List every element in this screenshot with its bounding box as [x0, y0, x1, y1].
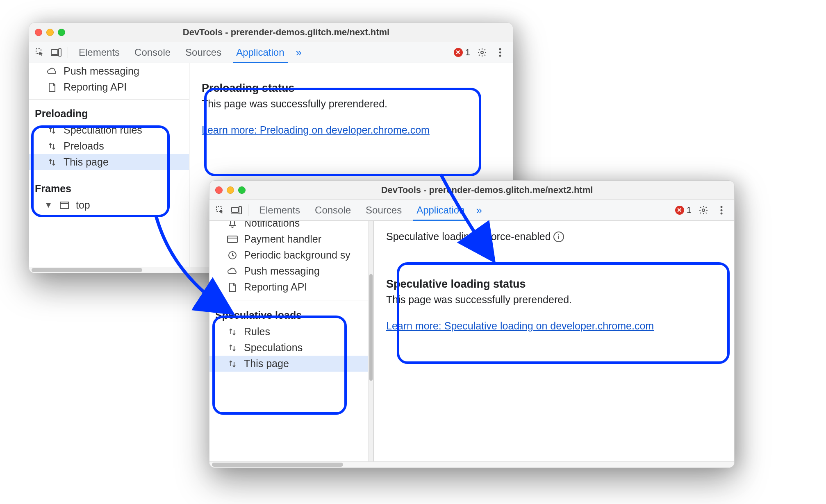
gear-icon[interactable] — [697, 204, 710, 216]
svg-rect-9 — [232, 207, 238, 212]
content-pane: Speculative loading is force-enabled i S… — [374, 221, 734, 463]
sidebar-item-reporting-api[interactable]: Reporting API — [29, 79, 189, 95]
sidebar-section-frames[interactable]: Frames — [29, 179, 189, 197]
svg-point-13 — [721, 209, 723, 211]
sidebar: Push messaging Reporting API Preloading … — [29, 63, 189, 268]
info-icon[interactable]: i — [553, 232, 564, 242]
separator — [248, 204, 248, 216]
sidebar-item-reporting-api[interactable]: Reporting API — [209, 279, 373, 295]
sidebar-item-label: Reporting API — [244, 281, 307, 293]
svg-point-14 — [721, 213, 723, 215]
kebab-icon[interactable] — [494, 46, 506, 59]
sidebar: Notifications Payment handler Periodic b… — [209, 221, 374, 463]
sidebar-item-push-messaging[interactable]: Push messaging — [29, 63, 189, 79]
sidebar-item-periodic-bg-sync[interactable]: Periodic background sy — [209, 247, 373, 263]
svg-point-5 — [499, 52, 501, 54]
sidebar-item-rules[interactable]: Rules — [209, 324, 373, 340]
sidebar-item-label: Payment handler — [244, 233, 321, 245]
titlebar[interactable]: DevTools - prerender-demos.glitch.me/nex… — [29, 23, 513, 42]
document-icon — [227, 282, 238, 293]
chevron-right-icon: ▶ — [45, 203, 53, 208]
svg-rect-2 — [59, 49, 61, 56]
sidebar-item-label: Notifications — [244, 221, 300, 229]
sidebar-section-speculative-loads[interactable]: Speculative loads — [209, 305, 373, 324]
sidebar-item-frame-top[interactable]: ▶ top — [29, 197, 189, 213]
sidebar-item-label: Periodic background sy — [244, 249, 350, 261]
minimize-icon[interactable] — [227, 186, 234, 194]
vertical-scrollbar[interactable] — [368, 221, 373, 463]
separator — [68, 47, 68, 58]
zoom-icon[interactable] — [58, 29, 65, 36]
sidebar-item-speculations[interactable]: Speculations — [209, 340, 373, 356]
tab-console[interactable]: Console — [307, 200, 358, 220]
window-icon — [59, 200, 70, 211]
inspect-icon[interactable] — [212, 202, 228, 218]
kebab-icon[interactable] — [715, 204, 728, 216]
top-banner: Speculative loading is force-enabled i — [386, 231, 722, 243]
cloud-icon — [46, 66, 58, 77]
error-icon: ✕ — [454, 48, 463, 57]
sidebar-item-label: Preloads — [64, 140, 104, 152]
svg-point-11 — [702, 209, 705, 211]
minimize-icon[interactable] — [46, 29, 54, 36]
svg-point-12 — [721, 206, 723, 208]
tab-sources[interactable]: Sources — [178, 42, 229, 63]
sidebar-item-label: top — [76, 199, 90, 211]
sidebar-item-this-page[interactable]: This page — [29, 154, 189, 170]
tab-application[interactable]: Application — [409, 200, 472, 220]
close-icon[interactable] — [35, 29, 42, 36]
sidebar-section-preloading[interactable]: Preloading — [29, 104, 189, 122]
updown-icon — [227, 326, 238, 338]
tab-elements[interactable]: Elements — [252, 200, 307, 220]
sidebar-item-speculation-rules[interactable]: Speculation rules — [29, 122, 189, 138]
sidebar-item-notifications[interactable]: Notifications — [209, 221, 373, 231]
error-icon: ✕ — [675, 206, 684, 215]
svg-rect-10 — [239, 207, 241, 214]
close-icon[interactable] — [215, 186, 223, 194]
sidebar-item-preloads[interactable]: Preloads — [29, 138, 189, 154]
tab-application[interactable]: Application — [229, 42, 291, 63]
sidebar-item-label: Push messaging — [244, 265, 320, 277]
sidebar-item-this-page[interactable]: This page — [209, 356, 373, 372]
learn-more-link[interactable]: Learn more: Preloading on developer.chro… — [202, 124, 430, 136]
updown-icon — [46, 141, 58, 152]
clock-icon — [227, 250, 238, 261]
bell-icon — [227, 221, 238, 229]
document-icon — [46, 82, 58, 93]
sidebar-item-label: This page — [244, 358, 289, 370]
traffic-lights — [215, 186, 246, 194]
window-title: DevTools - prerender-demos.glitch.me/nex… — [246, 185, 728, 195]
sidebar-item-label: Reporting API — [64, 81, 127, 93]
more-tabs-button[interactable]: » — [472, 204, 486, 217]
updown-icon — [227, 342, 238, 354]
tab-console[interactable]: Console — [127, 42, 178, 63]
device-toggle-icon[interactable] — [228, 202, 245, 218]
gear-icon[interactable] — [476, 46, 488, 59]
inspect-icon[interactable] — [32, 44, 48, 61]
horizontal-scrollbar[interactable] — [209, 461, 734, 468]
toolbar: Elements Console Sources Application » ✕… — [29, 42, 513, 63]
device-toggle-icon[interactable] — [48, 44, 64, 61]
zoom-icon[interactable] — [238, 186, 246, 194]
svg-point-6 — [499, 55, 501, 57]
cloud-icon — [227, 266, 238, 277]
updown-icon — [46, 157, 58, 168]
learn-more-link[interactable]: Learn more: Speculative loading on devel… — [386, 320, 654, 331]
error-badge[interactable]: ✕ 1 — [675, 205, 692, 216]
sidebar-item-payment-handler[interactable]: Payment handler — [209, 231, 373, 247]
status-title: Preloading status — [202, 82, 501, 95]
traffic-lights — [35, 29, 65, 36]
sidebar-item-label: Rules — [244, 326, 270, 338]
error-count: 1 — [465, 47, 470, 58]
more-tabs-button[interactable]: » — [292, 46, 306, 59]
sidebar-item-label: Push messaging — [64, 65, 139, 77]
titlebar[interactable]: DevTools - prerender-demos.glitch.me/nex… — [209, 181, 734, 200]
error-badge[interactable]: ✕ 1 — [454, 47, 470, 58]
svg-rect-15 — [228, 236, 237, 243]
sidebar-item-push-messaging[interactable]: Push messaging — [209, 263, 373, 279]
svg-rect-1 — [51, 50, 58, 54]
tab-elements[interactable]: Elements — [71, 42, 127, 63]
sidebar-item-label: Speculations — [244, 342, 303, 354]
tab-sources[interactable]: Sources — [358, 200, 409, 220]
devtools-window-b: DevTools - prerender-demos.glitch.me/nex… — [209, 180, 735, 468]
